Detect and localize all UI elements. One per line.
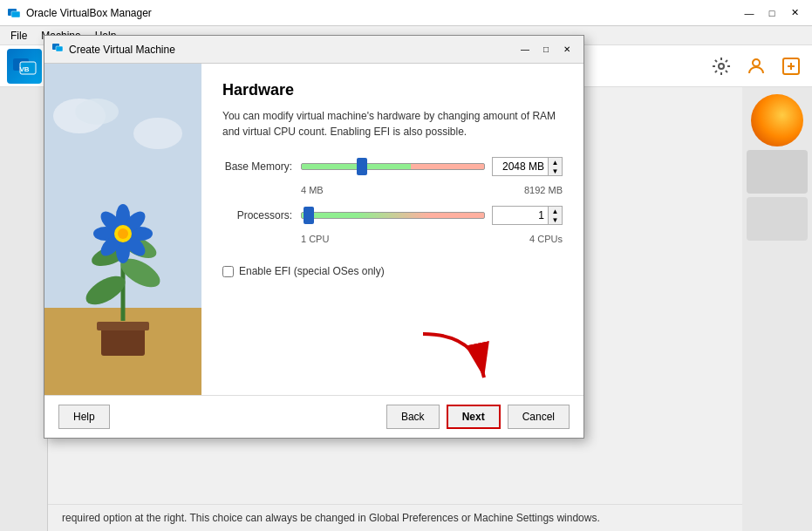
svg-point-38 [133,118,182,149]
base-memory-max: 8192 MB [524,185,563,195]
efi-checkbox[interactable] [222,266,234,277]
help-button[interactable]: Help [58,405,110,429]
base-memory-slider-container [301,158,485,175]
toolbar-icons [707,52,805,80]
base-memory-decrement-button[interactable]: ▼ [549,167,562,175]
base-memory-row: Base Memory: ▲ ▼ [222,157,563,176]
create-vm-dialog: Create Virtual Machine — □ ✕ [44,35,584,439]
bottom-text: required option at the right. This choic… [48,504,742,531]
dialog-footer: Help Back Next Cancel [44,395,583,438]
base-memory-slider-thumb[interactable] [357,158,367,175]
processors-increment-button[interactable]: ▲ [549,207,562,215]
processors-min: 1 CPU [301,234,329,244]
dialog-close-button[interactable]: ✕ [557,42,577,58]
left-sidebar [0,87,48,531]
processors-label: Processors: [222,209,301,221]
processors-row: Processors: ▲ ▼ [222,206,563,225]
dialog-footer-left: Help [58,405,110,429]
processors-input[interactable] [492,206,549,225]
svg-rect-15 [56,46,63,51]
menu-file[interactable]: File [3,28,34,44]
dialog-window-controls: — □ ✕ [515,42,577,58]
right-panel [742,87,812,531]
section-description: You can modify virtual machine's hardwar… [222,108,563,140]
svg-point-37 [75,99,119,125]
base-memory-range: 4 MB 8192 MB [301,185,563,195]
add-icon-button[interactable] [777,52,805,80]
svg-point-9 [719,64,724,69]
svg-point-35 [118,228,128,239]
processors-spinbox-buttons: ▲ ▼ [549,206,563,225]
efi-checkbox-row: Enable EFI (special OSes only) [222,265,563,277]
base-memory-min: 4 MB [301,185,324,195]
processors-slider-thumb[interactable] [304,207,314,224]
app-close-button[interactable]: ✕ [784,4,805,22]
user-icon-button[interactable] [742,52,770,80]
dialog-body: Hardware You can modify virtual machine'… [44,64,583,395]
svg-rect-19 [97,322,149,330]
processors-spinbox: ▲ ▼ [492,206,563,225]
vbox-main-window: Oracle VirtualBox Manager — □ ✕ File Mac… [0,0,812,531]
right-panel-item-3 [747,197,808,241]
dialog-content: Hardware You can modify virtual machine'… [201,64,583,395]
svg-text:VB: VB [19,65,29,73]
base-memory-input[interactable] [492,157,549,176]
efi-checkbox-label: Enable EFI (special OSes only) [239,265,385,277]
base-memory-label: Base Memory: [222,160,301,173]
dialog-minimize-button[interactable]: — [515,42,535,58]
cancel-button[interactable]: Cancel [508,405,570,429]
base-memory-spinbox-buttons: ▲ ▼ [549,157,563,176]
right-panel-item-2 [747,150,808,194]
dialog-title: Create Virtual Machine [69,44,515,56]
processors-decrement-button[interactable]: ▼ [549,215,562,224]
base-memory-slider-track[interactable] [301,163,485,170]
next-arrow-indicator [406,325,510,395]
settings-icon-button[interactable] [707,52,735,80]
title-bar: Oracle VirtualBox Manager — □ ✕ [0,0,812,26]
svg-rect-1 [11,11,20,17]
app-maximize-button[interactable]: □ [761,4,782,22]
app-icon [7,6,21,20]
dialog-titlebar: Create Virtual Machine — □ ✕ [44,36,583,64]
dialog-illustration [44,64,201,395]
dialog-icon [51,42,64,57]
base-memory-increment-button[interactable]: ▲ [549,158,562,167]
section-title: Hardware [222,81,563,99]
base-memory-spinbox: ▲ ▼ [492,157,563,176]
app-title: Oracle VirtualBox Manager [26,7,739,19]
dialog-footer-right: Back Next Cancel [386,405,570,429]
right-panel-item-1 [751,94,803,146]
processors-range: 1 CPU 4 CPUs [301,234,563,244]
dialog-maximize-button[interactable]: □ [536,42,556,58]
app-window-controls: — □ ✕ [739,4,805,22]
app-minimize-button[interactable]: — [739,4,760,22]
processors-slider-track[interactable] [301,212,485,219]
next-button[interactable]: Next [447,405,501,429]
toolbar-logo: VB [7,49,42,84]
back-button[interactable]: Back [386,405,440,429]
svg-point-10 [753,59,760,66]
bottom-text-content: required option at the right. This choic… [62,512,600,524]
processors-max: 4 CPUs [529,234,563,244]
processors-slider-container [301,207,485,224]
